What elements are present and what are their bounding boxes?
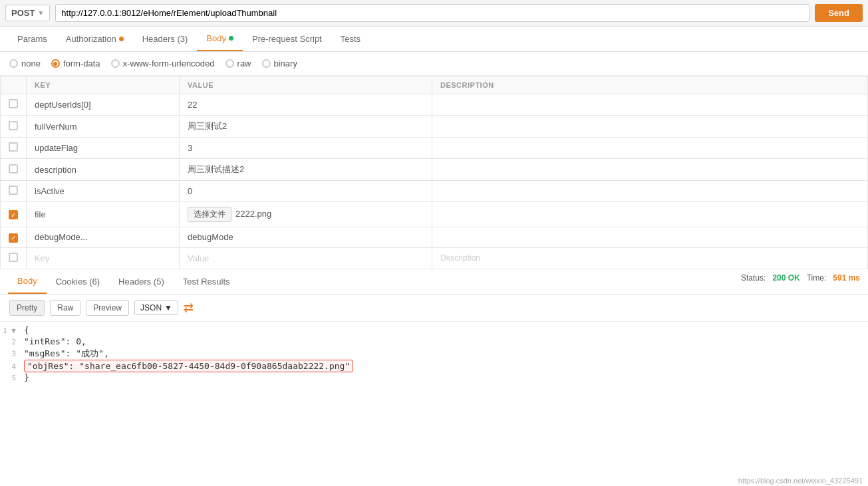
row-value[interactable]: debugMode bbox=[180, 227, 432, 248]
row-description[interactable] bbox=[432, 138, 868, 159]
line-content: "objRes": "share_eac6fb00-5827-4450-84d9… bbox=[24, 361, 868, 371]
row-description[interactable] bbox=[432, 181, 868, 202]
radio-circle-raw bbox=[225, 59, 234, 68]
table-row: isActive0 bbox=[1, 181, 868, 202]
col-checkbox bbox=[1, 76, 27, 94]
tab-bottom-cookies[interactable]: Cookies (6) bbox=[47, 270, 109, 293]
line-number: 2 bbox=[0, 338, 24, 346]
row-key[interactable]: isActive bbox=[27, 181, 180, 202]
radio-form-data[interactable]: form-data bbox=[51, 59, 100, 68]
method-select[interactable]: POST ▼ bbox=[5, 5, 50, 21]
form-table: KEY VALUE DESCRIPTION deptUserIds[0]22fu… bbox=[0, 76, 868, 269]
row-checkbox[interactable] bbox=[9, 233, 18, 243]
time-label: Time: bbox=[807, 273, 827, 283]
radio-urlencoded[interactable]: x-www-form-urlencoded bbox=[111, 59, 215, 68]
status-label: Status: bbox=[741, 273, 766, 283]
raw-button[interactable]: Raw bbox=[50, 300, 80, 316]
radio-none[interactable]: none bbox=[9, 59, 41, 68]
tab-authorization[interactable]: Authorization bbox=[57, 27, 133, 51]
row-description[interactable] bbox=[432, 116, 868, 138]
table-row: KeyValueDescription bbox=[1, 247, 868, 269]
code-area: 1 ▼{2 "intRes": 0,3 "msgRes": "成功",4 "ob… bbox=[0, 322, 868, 386]
row-checkbox[interactable] bbox=[9, 164, 18, 174]
code-line: 2 "intRes": 0, bbox=[0, 336, 868, 347]
tab-body[interactable]: Body bbox=[197, 27, 243, 51]
radio-binary[interactable]: binary bbox=[262, 59, 297, 68]
row-value[interactable]: 22 bbox=[180, 94, 432, 116]
radio-circle-form-data bbox=[51, 59, 60, 68]
code-line: 3 "msgRes": "成功", bbox=[0, 347, 868, 360]
pretty-button[interactable]: Pretty bbox=[9, 300, 45, 316]
row-value[interactable]: 选择文件2222.png bbox=[180, 202, 432, 227]
row-checkbox[interactable] bbox=[9, 99, 18, 108]
send-button[interactable]: Send bbox=[815, 4, 863, 22]
row-key[interactable]: deptUserIds[0] bbox=[27, 94, 180, 116]
line-number: 5 bbox=[0, 374, 24, 382]
file-choose-button[interactable]: 选择文件 bbox=[188, 207, 231, 222]
row-checkbox[interactable] bbox=[9, 121, 18, 130]
row-value[interactable]: 0 bbox=[180, 181, 432, 202]
code-line: 1 ▼{ bbox=[0, 324, 868, 336]
col-key: KEY bbox=[27, 76, 180, 94]
row-key[interactable]: file bbox=[27, 202, 180, 227]
code-line: 4 "objRes": "share_eac6fb00-5827-4450-84… bbox=[0, 360, 868, 372]
line-number: 1 ▼ bbox=[0, 326, 24, 335]
row-value[interactable]: 周三测试2 bbox=[180, 116, 432, 138]
line-content: } bbox=[24, 372, 868, 382]
bottom-tabs: Body Cookies (6) Headers (5) Test Result… bbox=[0, 269, 868, 295]
tab-headers[interactable]: Headers (3) bbox=[133, 27, 198, 51]
body-dot bbox=[229, 36, 233, 41]
table-row: debugMode...debugMode bbox=[1, 227, 868, 248]
table-row: updateFlag3 bbox=[1, 138, 868, 159]
url-input[interactable] bbox=[55, 4, 809, 22]
line-content: { bbox=[24, 325, 868, 335]
method-chevron-icon: ▼ bbox=[37, 9, 44, 17]
table-row: file选择文件2222.png bbox=[1, 202, 868, 227]
row-key[interactable]: description bbox=[27, 159, 180, 181]
row-checkbox[interactable] bbox=[9, 210, 18, 219]
response-toolbar: Pretty Raw Preview JSON ▼ ⇄ bbox=[0, 295, 868, 322]
tab-bottom-testresults[interactable]: Test Results bbox=[174, 270, 239, 293]
table-row: deptUserIds[0]22 bbox=[1, 94, 868, 116]
time-value: 591 ms bbox=[833, 273, 860, 283]
row-checkbox[interactable] bbox=[9, 142, 18, 152]
line-number: 3 bbox=[0, 350, 24, 358]
row-description[interactable] bbox=[432, 227, 868, 248]
row-key[interactable]: Key bbox=[27, 247, 180, 269]
row-value[interactable]: 周三测试描述2 bbox=[180, 159, 432, 181]
preview-button[interactable]: Preview bbox=[86, 300, 129, 316]
row-description[interactable] bbox=[432, 94, 868, 116]
row-checkbox[interactable] bbox=[9, 253, 18, 262]
row-description[interactable]: Description bbox=[432, 247, 868, 269]
radio-raw[interactable]: raw bbox=[225, 59, 251, 68]
row-description[interactable] bbox=[432, 202, 868, 227]
row-value[interactable]: 3 bbox=[180, 138, 432, 159]
highlighted-line: "objRes": "share_eac6fb00-5827-4450-84d9… bbox=[24, 360, 353, 372]
format-chevron-icon: ▼ bbox=[164, 303, 172, 312]
row-checkbox[interactable] bbox=[9, 185, 18, 195]
row-key[interactable]: debugMode... bbox=[27, 227, 180, 248]
table-row: description周三测试描述2 bbox=[1, 159, 868, 181]
form-table-container: KEY VALUE DESCRIPTION deptUserIds[0]22fu… bbox=[0, 76, 868, 269]
line-content: "msgRes": "成功", bbox=[24, 348, 868, 360]
row-description[interactable] bbox=[432, 159, 868, 181]
code-line: 5} bbox=[0, 372, 868, 383]
bottom-section: Body Cookies (6) Headers (5) Test Result… bbox=[0, 269, 868, 391]
tab-bottom-body[interactable]: Body bbox=[8, 269, 47, 294]
tab-prerequest[interactable]: Pre-request Script bbox=[243, 27, 331, 51]
radio-circle-urlencoded bbox=[111, 59, 120, 68]
format-label: JSON bbox=[140, 303, 162, 312]
wrap-icon[interactable]: ⇄ bbox=[184, 301, 194, 315]
line-content: "intRes": 0, bbox=[24, 336, 868, 346]
row-key[interactable]: updateFlag bbox=[27, 138, 180, 159]
table-row: fullVerNum周三测试2 bbox=[1, 116, 868, 138]
tab-tests[interactable]: Tests bbox=[331, 27, 370, 51]
format-select[interactable]: JSON ▼ bbox=[134, 301, 178, 315]
row-key[interactable]: fullVerNum bbox=[27, 116, 180, 138]
status-value: 200 OK bbox=[772, 273, 799, 283]
top-tabs: Params Authorization Headers (3) Body Pr… bbox=[0, 27, 868, 52]
row-value[interactable]: Value bbox=[180, 247, 432, 269]
tab-params[interactable]: Params bbox=[8, 27, 57, 51]
method-label: POST bbox=[11, 8, 35, 18]
tab-bottom-headers[interactable]: Headers (5) bbox=[109, 270, 174, 293]
